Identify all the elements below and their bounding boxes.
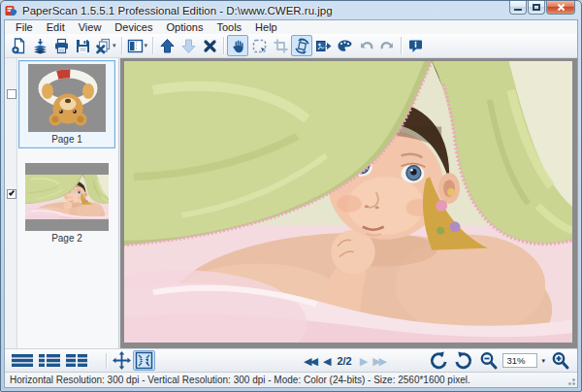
pan-arrows-icon xyxy=(113,351,131,370)
delete-x-icon xyxy=(202,38,218,54)
previous-page-button[interactable]: ◀ xyxy=(321,351,331,371)
rotate-cw-button[interactable] xyxy=(452,350,475,371)
best-fit-button[interactable] xyxy=(133,350,155,371)
image-transfer-icon xyxy=(315,38,332,54)
move-page-up-button[interactable] xyxy=(156,35,178,56)
save-button[interactable] xyxy=(72,35,93,56)
hand-icon xyxy=(230,38,246,54)
color-adjust-button[interactable] xyxy=(334,35,355,56)
minimize-button[interactable] xyxy=(509,1,527,15)
thumbnail-list: Page 1 Page 2 xyxy=(17,58,118,348)
view-mode-list1-button[interactable] xyxy=(9,350,36,371)
view-toolbar: ◀◀ ◀ 2/2 ▶ ▶▶ xyxy=(5,348,577,372)
next-page-button[interactable]: ▶ xyxy=(358,351,368,371)
page2-label: Page 2 xyxy=(19,231,114,246)
dropdown-caret-icon: ▾ xyxy=(145,42,148,49)
list-view-icon xyxy=(38,353,61,368)
page1-label: Page 1 xyxy=(19,132,114,147)
redo-icon xyxy=(379,38,396,54)
pan-view-button[interactable] xyxy=(111,350,133,371)
import-button[interactable] xyxy=(29,35,50,56)
print-button[interactable] xyxy=(50,35,72,56)
last-page-button[interactable]: ▶▶ xyxy=(371,351,387,371)
crop-icon xyxy=(273,38,289,54)
menu-item-view[interactable]: View xyxy=(72,20,109,34)
main-toolbar: ▾ ▾ xyxy=(5,34,577,58)
page1-thumbnail[interactable]: Page 1 xyxy=(18,60,115,148)
minimize-icon xyxy=(514,9,522,11)
print-icon xyxy=(53,38,70,54)
app-window: PaperScan 1.5.5.1 Professional Edition -… xyxy=(0,0,582,392)
acquire-page-button[interactable] xyxy=(8,35,29,56)
checkmark-icon xyxy=(9,189,15,195)
undo-button[interactable] xyxy=(355,35,376,56)
move-up-icon xyxy=(159,38,176,54)
toolbar-separator xyxy=(121,37,122,54)
delete-pages-icon xyxy=(95,38,112,54)
page2-thumbnail-image xyxy=(25,163,109,231)
scanned-image[interactable] xyxy=(124,61,572,343)
view-mode-list3-button[interactable] xyxy=(63,350,90,371)
page-checkbox-column xyxy=(5,58,17,348)
dropdown-caret-icon: ▾ xyxy=(113,42,116,49)
list-view-icon xyxy=(11,353,34,368)
annotation-info-button[interactable] xyxy=(404,35,426,56)
page-indicator: 2/2 xyxy=(337,355,351,367)
zoom-rotate-controls: 31% ▾ xyxy=(427,349,572,372)
zoom-level-combobox[interactable]: 31% xyxy=(502,353,537,368)
content-area: Page 1 Page 2 xyxy=(5,58,577,348)
acquire-page-icon xyxy=(11,38,27,54)
page2-thumbnail[interactable]: Page 2 xyxy=(18,148,115,247)
menu-item-edit[interactable]: Edit xyxy=(40,20,72,34)
close-button[interactable] xyxy=(546,1,575,15)
zoom-in-button[interactable] xyxy=(549,350,572,371)
delete-pages-button[interactable]: ▾ xyxy=(93,35,118,56)
menu-item-file[interactable]: File xyxy=(9,20,40,34)
save-icon xyxy=(75,38,91,54)
rotate-icon xyxy=(294,38,310,54)
image-viewer[interactable] xyxy=(119,58,577,348)
menu-item-help[interactable]: Help xyxy=(248,20,284,34)
maximize-button[interactable] xyxy=(528,1,545,15)
move-down-icon xyxy=(180,38,197,54)
toolbar-separator xyxy=(106,353,107,369)
page-navigation: ◀◀ ◀ 2/2 ▶ ▶▶ xyxy=(302,349,387,372)
zoom-dropdown-caret-icon[interactable]: ▾ xyxy=(541,357,545,365)
menu-item-options[interactable]: Options xyxy=(159,20,210,34)
zoom-in-icon xyxy=(551,351,570,371)
zoom-out-icon xyxy=(479,351,499,371)
menu-item-tools[interactable]: Tools xyxy=(210,20,248,34)
thumbnail-panel: Page 1 Page 2 xyxy=(5,58,119,348)
rotate-tool-button[interactable] xyxy=(291,35,312,56)
zoom-out-button[interactable] xyxy=(477,350,501,371)
view-mode-list2-button[interactable] xyxy=(36,350,63,371)
page2-checkbox[interactable] xyxy=(7,189,16,199)
rotate-cw-icon xyxy=(454,351,473,371)
status-text: Horizontal Resolution: 300 dpi - Vertica… xyxy=(5,375,470,385)
fit-page-icon xyxy=(135,351,153,370)
window-controls xyxy=(508,1,575,15)
redo-button[interactable] xyxy=(376,35,398,56)
title-bar[interactable]: PaperScan 1.5.5.1 Professional Edition -… xyxy=(5,2,577,19)
delete-button[interactable] xyxy=(199,35,220,56)
page1-thumbnail-image xyxy=(28,64,106,132)
rotate-ccw-button[interactable] xyxy=(427,350,450,371)
window-title: PaperScan 1.5.5.1 Professional Edition -… xyxy=(22,5,333,16)
info-bubble-icon xyxy=(407,38,424,54)
menu-item-devices[interactable]: Devices xyxy=(108,20,159,34)
palette-icon xyxy=(337,38,353,54)
status-bar: Horizontal Resolution: 300 dpi - Vertica… xyxy=(5,372,577,387)
resize-grip[interactable] xyxy=(566,376,575,385)
teddy-bear-image xyxy=(28,64,106,132)
pan-tool-button[interactable] xyxy=(227,35,248,56)
move-page-down-button[interactable] xyxy=(178,35,199,56)
panel-layout-button[interactable]: ▾ xyxy=(125,35,150,56)
app-logo-icon xyxy=(5,4,18,17)
page1-checkbox[interactable] xyxy=(7,89,16,99)
crop-tool-button[interactable] xyxy=(270,35,291,56)
undo-icon xyxy=(358,38,374,54)
select-tool-button[interactable] xyxy=(248,35,270,56)
image-transfer-button[interactable] xyxy=(312,35,334,56)
first-page-button[interactable]: ◀◀ xyxy=(302,351,318,371)
menu-bar: File Edit View Devices Options Tools Hel… xyxy=(5,20,577,34)
